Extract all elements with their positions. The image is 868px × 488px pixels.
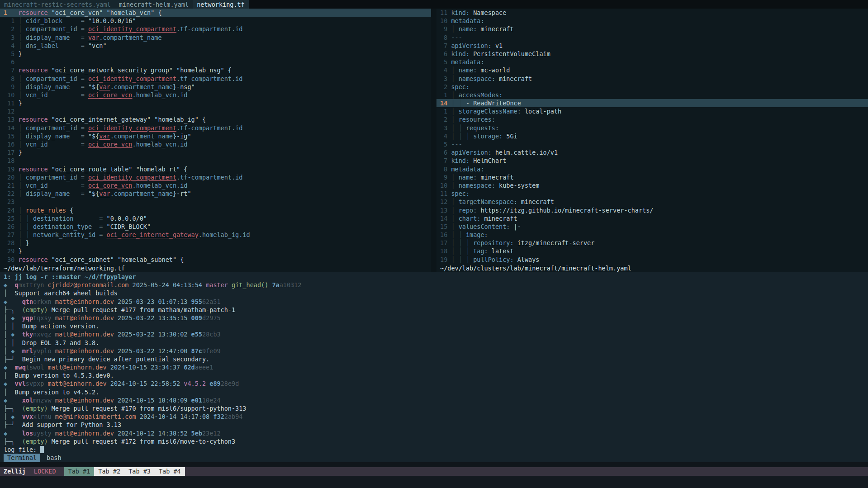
line-number: 4 (440, 132, 447, 140)
code-line[interactable]: 2│ resources: (436, 115, 868, 123)
code-line[interactable]: 8metadata: (436, 165, 868, 173)
code-line[interactable]: 11kind: Namespace (436, 9, 868, 17)
code-line[interactable]: 9│ name: minecraft (436, 173, 868, 181)
code-line[interactable]: 9│ display_name = "${var.compartment_nam… (0, 83, 431, 91)
code-line[interactable]: 20│ compartment_id = oci_identity_compar… (0, 173, 431, 181)
code-line[interactable]: 18│ │ │ tag: latest (436, 247, 868, 255)
code-line[interactable]: 22│ display_name = "${var.compartment_na… (0, 190, 431, 198)
log-row: ├─╯ Begin new primary device after poten… (0, 355, 868, 363)
code-line[interactable]: 28│ } (0, 239, 431, 247)
log-row: ◆ mwqtswol matt@einhorn.dev 2024-10-15 2… (0, 363, 868, 371)
line-number: 12 (4, 107, 14, 115)
line-number: 9 (440, 173, 447, 181)
line-number: 15 (440, 223, 447, 231)
code-line[interactable]: 10│ vcn_id = oci_core_vcn.homelab_vcn.id (0, 91, 431, 99)
terminal-log: ◆ qmxttryn cjriddz@protonmail.com 2025-0… (0, 281, 868, 454)
code-line[interactable]: 6 (0, 58, 431, 66)
code-line[interactable]: 1resource "oci_core_vcn" "homelab_vcn" { (0, 9, 431, 17)
code-line[interactable]: 16│ │ image: (436, 231, 868, 239)
line-number: 14 (440, 99, 447, 107)
line-number: 9 (4, 83, 14, 91)
code-line[interactable]: 30resource "oci_core_subnet" "homelab_su… (0, 256, 431, 264)
code-line[interactable]: 6kind: PersistentVolumeClaim (436, 50, 868, 58)
code-line[interactable]: 8--- (436, 33, 868, 42)
code-line[interactable]: 7resource "oci_core_network_security_gro… (0, 66, 431, 74)
code-line[interactable]: 25│ │ destination = "0.0.0.0/0" (0, 214, 431, 223)
code-line[interactable]: 5metadata: (436, 58, 868, 66)
terminal-pane[interactable]: 1: jj log -r ::master ~/d/ffpyplayer ◆ q… (0, 272, 868, 454)
code-line[interactable]: 4│ │ │ storage: 5Gi (436, 132, 868, 140)
code-line[interactable]: 9│ name: minecraft (436, 25, 868, 33)
code-line[interactable]: 3│ display_name = var.compartment_name (0, 33, 431, 42)
line-number: 12 (440, 198, 447, 206)
code-line[interactable]: 14│ │ - ReadWriteOnce (436, 99, 868, 107)
code-line[interactable]: 18 (0, 156, 431, 165)
code-line[interactable]: 1│ storageClassName: local-path (436, 107, 868, 115)
code-line[interactable]: 3│ namespace: minecraft (436, 75, 868, 83)
log-row: │ Bump version to 4.5.3.dev0. (0, 371, 868, 379)
code-line[interactable]: 12│ targetNamespace: minecraft (436, 198, 868, 206)
code-line[interactable]: 10│ namespace: kube-system (436, 181, 868, 190)
line-number: 28 (4, 239, 14, 247)
buffer-tab-minecraft-restic-secrets-yaml[interactable]: minecraft-restic-secrets.yaml (0, 0, 115, 9)
line-number: 23 (4, 198, 14, 206)
code-line[interactable]: 1│ cidr_block = "10.0.0.0/16" (0, 17, 431, 25)
log-row: │ ◆ mrlyvplo matt@einhorn.dev 2025-03-22… (0, 347, 868, 355)
code-line[interactable]: 17│ │ │ repository: itzg/minecraft-serve… (436, 239, 868, 247)
code-line[interactable]: 2spec: (436, 83, 868, 91)
code-line[interactable]: 19resource "oci_core_route_table" "homel… (0, 165, 431, 173)
code-line[interactable]: 14│ chart: minecraft (436, 214, 868, 223)
code-line[interactable]: 17} (0, 148, 431, 156)
code-line[interactable]: 4│ name: mc-world (436, 66, 868, 74)
log-row: │ ◆ yqptqxsy matt@einhorn.dev 2025-03-22… (0, 314, 868, 322)
line-number: 1 (440, 107, 447, 115)
editor-pane-networking-tf[interactable]: 1resource "oci_core_vcn" "homelab_vcn" {… (0, 9, 431, 272)
code-line[interactable]: 15│ valuesContent: |- (436, 223, 868, 231)
line-number: 4 (4, 42, 14, 50)
code-line[interactable]: 4│ dns_label = "vcn" (0, 42, 431, 50)
code-line[interactable]: 23 (0, 198, 431, 206)
code-line[interactable]: 29} (0, 247, 431, 255)
code-line[interactable]: 11} (0, 99, 431, 107)
code-line[interactable]: 16│ vcn_id = oci_core_vcn.homelab_vcn.id (0, 140, 431, 148)
pane-divider[interactable] (431, 9, 436, 272)
terminal-input-line[interactable]: log file: (0, 445, 868, 454)
code-line[interactable]: 15│ display_name = "${var.compartment_na… (0, 132, 431, 140)
terminal-mode-chip: Terminal (4, 454, 40, 462)
code-line[interactable]: 3│ │ requests: (436, 124, 868, 132)
buffer-tab-minecraft-helm-yaml[interactable]: minecraft-helm.yaml (115, 0, 193, 9)
code-line[interactable]: 21│ vcn_id = oci_core_vcn.homelab_vcn.id (0, 181, 431, 190)
buffer-tab-networking-tf[interactable]: networking.tf (193, 0, 249, 9)
line-number: 5 (440, 140, 447, 148)
code-line[interactable]: 5} (0, 50, 431, 58)
log-row: ◆ vvlsvpxp matt@einhorn.dev 2024-10-15 2… (0, 379, 868, 388)
zellij-tab-Tab-2[interactable]: Tab #2 (94, 467, 124, 476)
line-number: 11 (4, 99, 14, 107)
code-line[interactable]: 7kind: HelmChart (436, 156, 868, 165)
code-line[interactable]: 5--- (436, 140, 868, 148)
code-line[interactable]: 11spec: (436, 190, 868, 198)
code-line[interactable]: 19│ │ │ pullPolicy: Always (436, 256, 868, 264)
code-line[interactable]: 14│ compartment_id = oci_identity_compar… (0, 124, 431, 132)
code-line[interactable]: 27│ │ network_entity_id = oci_core_inter… (0, 231, 431, 239)
editor-pane-minecraft-helm-yaml[interactable]: 11kind: Namespace10metadata:9│ name: min… (436, 9, 868, 272)
code-line[interactable]: 24│ route_rules { (0, 206, 431, 214)
line-number: 27 (4, 231, 14, 239)
code-line[interactable]: 1│ accessModes: (436, 91, 868, 99)
code-line[interactable]: 12 (0, 107, 431, 115)
code-line[interactable]: 8│ compartment_id = oci_identity_compart… (0, 75, 431, 83)
code-line[interactable]: 6apiVersion: helm.cattle.io/v1 (436, 148, 868, 156)
terminal-command-title: 1: jj log -r ::master ~/d/ffpyplayer (0, 273, 868, 281)
command-text: 1: jj log -r ::master ~/d/ffpyplayer (4, 273, 136, 280)
code-line[interactable]: 13│ repo: https://itzg.github.io/minecra… (436, 206, 868, 214)
zellij-tab-Tab-3[interactable]: Tab #3 (124, 467, 155, 476)
line-number: 1 (4, 17, 14, 25)
zellij-tab-Tab-1[interactable]: Tab #1 (64, 467, 95, 476)
code-line[interactable]: 2│ compartment_id = oci_identity_compart… (0, 25, 431, 33)
log-row: │ │ Drop EOL 3.7 and 3.8. (0, 339, 868, 347)
zellij-tab-Tab-4[interactable]: Tab #4 (155, 467, 185, 476)
code-line[interactable]: 13resource "oci_core_internet_gateway" "… (0, 115, 431, 123)
code-line[interactable]: 26│ │ destination_type = "CIDR_BLOCK" (0, 223, 431, 231)
code-line[interactable]: 10metadata: (436, 17, 868, 25)
code-line[interactable]: 7apiVersion: v1 (436, 42, 868, 50)
